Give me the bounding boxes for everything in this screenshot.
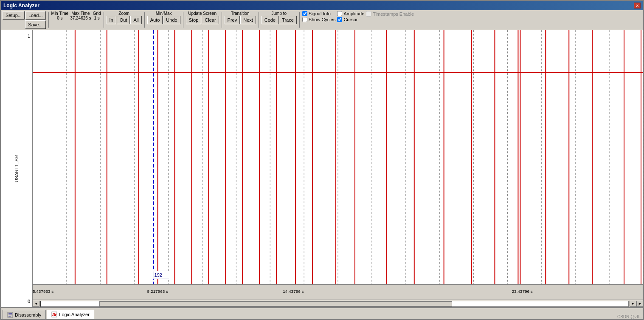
separator-3 [144,12,145,28]
bottom-tabs: Disassembly Logic Analyzer CSDN @zll... [1,307,643,319]
logic-analyzer-icon [51,312,57,317]
minmax-undo-button[interactable]: Undo [163,16,180,24]
svg-rect-0 [33,30,643,284]
waveform-canvas[interactable]: 192 [33,30,643,284]
grid-group: Grid 1 s [93,11,101,20]
file-buttons-group: Setup... Load... Save... [3,11,46,29]
tab-disassembly-label: Disassembly [15,312,41,317]
scrollbar-track[interactable] [40,301,629,307]
code-button[interactable]: Code [262,16,278,24]
timestamps-label: Timestamps Enable [373,11,414,17]
separator-5 [222,12,222,28]
amplitude-cursor-group: Amplitude Cursor [337,11,364,22]
scrollbar-area: ◄ ► |► [33,300,643,307]
minmax-buttons: Auto Undo [147,16,180,24]
max-time-value: 37.24626 s [70,16,91,20]
trace-button[interactable]: Trace [279,16,297,24]
stop-button[interactable]: Stop [186,16,202,24]
update-group: Update Screen Stop Clear [186,11,219,24]
min-time-label: Min Time [51,11,69,16]
transition-buttons: Prev Next [225,16,256,24]
waveform-svg: 192 [33,30,643,284]
clear-button[interactable]: Clear [202,16,219,24]
save-button[interactable]: Save... [25,20,45,29]
toolbar: Setup... Load... Save... Min Time 0 s Ma… [1,10,643,30]
y-label-bottom: 0 [28,299,30,304]
svg-text:192: 192 [155,272,162,278]
title-bar: Logic Analyzer ✕ [1,1,643,10]
scroll-right-button[interactable]: ► [630,301,636,307]
time-axis-svg: 8.217963 s 5.437963 s 14.43796 s 23.4379… [33,285,643,300]
scroll-left-button[interactable]: ◄ [33,301,39,307]
cursor-checkbox-item: Cursor [337,17,364,22]
transition-label: Transition [231,11,250,16]
load-button[interactable]: Load... [25,11,46,20]
grid-value: 1 s [94,16,99,20]
minmax-label: Min/Max [156,11,172,16]
minmax-auto-button[interactable]: Auto [147,16,163,24]
max-time-group: Max Time 37.24626 s [70,11,91,20]
jumpto-group: Jump to Code Trace [262,11,297,24]
window-title: Logic Analyzer [3,3,39,8]
separator-2 [104,12,104,28]
update-buttons: Stop Clear [186,16,219,24]
separator-1 [48,12,49,28]
separator-7 [299,12,300,28]
waveform-container: 192 8.217963 s 5.437963 s 14.43796 s 23.… [33,30,643,307]
next-button[interactable]: Next [240,16,256,24]
minmax-group: Min/Max Auto Undo [147,11,180,24]
transition-group: Transition Prev Next [225,11,256,24]
amplitude-checkbox-item: Amplitude [337,11,364,16]
zoom-buttons: In Out All [107,16,142,24]
separator-6 [259,12,259,28]
svg-rect-50 [33,285,643,300]
y-labels: 1 USART1_SR 0 [1,30,32,307]
jumpto-buttons: Code Trace [262,16,297,24]
amplitude-label: Amplitude [343,11,364,16]
max-time-label: Max Time [71,11,90,16]
disassembly-icon [7,312,13,318]
tab-logic-analyzer-label: Logic Analyzer [59,312,90,317]
show-cycles-checkbox[interactable] [302,17,307,22]
y-label-top: 1 [28,34,30,39]
signal-info-checkbox[interactable] [302,11,307,16]
signal-sidebar: 1 USART1_SR 0 [1,30,33,307]
main-content: 1 USART1_SR 0 [1,30,643,307]
grid-label: Grid [93,11,101,16]
zoom-label: Zoom [118,11,129,16]
scrollbar-thumb[interactable] [99,301,452,306]
svg-text:5.437963 s: 5.437963 s [33,289,53,294]
prev-button[interactable]: Prev [225,16,240,24]
tab-logic-analyzer[interactable]: Logic Analyzer [47,310,94,319]
close-button[interactable]: ✕ [634,3,641,8]
svg-text:14.43796 s: 14.43796 s [283,289,304,294]
svg-text:8.217963 s: 8.217963 s [147,289,168,294]
watermark: CSDN @zll... [617,314,642,319]
separator-4 [183,12,183,28]
update-label: Update Screen [188,11,217,16]
zoom-in-button[interactable]: In [107,16,116,24]
amplitude-checkbox[interactable] [337,11,342,16]
signal-name-label: USART1_SR [14,155,19,183]
setup-button[interactable]: Setup... [3,11,25,20]
timestamps-checkbox[interactable] [366,11,371,17]
signal-info-label: Signal Info [309,11,331,16]
time-axis: 8.217963 s 5.437963 s 14.43796 s 23.4379… [33,284,643,300]
show-cycles-checkbox-item: Show Cycles [302,17,336,22]
zoom-all-button[interactable]: All [130,16,141,24]
svg-text:23.43796 s: 23.43796 s [512,289,532,294]
timestamps-enable-group: Timestamps Enable [366,11,414,17]
min-time-value: 0 s [57,16,62,20]
main-window: Logic Analyzer ✕ Setup... Load... Save..… [0,0,644,320]
min-time-group: Min Time 0 s [51,11,69,20]
jumpto-label: Jump to [272,11,287,16]
zoom-group: Zoom In Out All [107,11,142,24]
checkbox-group: Signal Info Show Cycles [302,11,336,22]
cursor-checkbox[interactable] [337,17,342,22]
zoom-out-button[interactable]: Out [117,16,130,24]
scroll-end-button[interactable]: |► [636,301,643,307]
cursor-label: Cursor [343,17,357,22]
signal-info-checkbox-item: Signal Info [302,11,336,16]
tab-disassembly[interactable]: Disassembly [3,310,46,319]
show-cycles-label: Show Cycles [309,17,336,22]
